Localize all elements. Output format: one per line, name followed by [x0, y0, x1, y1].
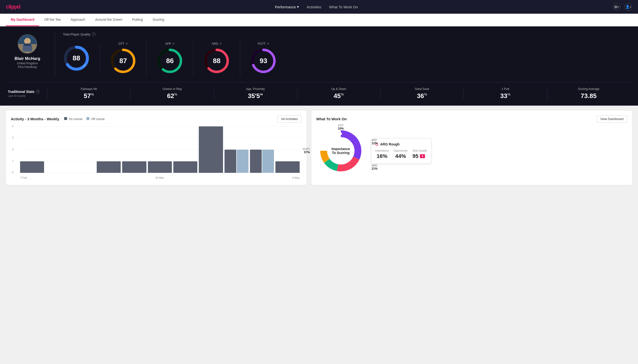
bar-group — [148, 161, 172, 173]
chart-legend: On course Off course — [64, 117, 105, 121]
all-activities-button[interactable]: All Activities — [277, 116, 302, 122]
stat-scoring-average: Scoring Average 73.85 — [547, 87, 630, 100]
app-ext-label: APP 12% — [372, 138, 377, 145]
wtwon-content: Importance To Scoring OTT 10% APP 12% — [316, 126, 627, 175]
bar-off-course — [262, 150, 274, 173]
trend-up-icon: ↗ — [125, 42, 128, 46]
donut-ott: 87 — [110, 48, 137, 74]
view-dashboard-button[interactable]: View Dashboard — [597, 116, 627, 122]
bar-on-course — [122, 161, 146, 173]
player-card: Blair McHarg United Kingdom Plus Handica… — [8, 32, 47, 69]
bar-on-course — [250, 150, 262, 173]
y-label-0: 0 — [12, 171, 14, 174]
bottom-section: Activity - 3 Months - Weekly On course O… — [0, 106, 638, 190]
donut-app: 86 — [156, 48, 183, 74]
ott-ext-label: OTT 10% — [338, 124, 344, 130]
stat-up-and-down: Up & Down 45% — [297, 87, 380, 100]
y-label-3: 3 — [12, 136, 14, 139]
trend-up-icon: ↗ — [172, 42, 174, 46]
wtwon-donut: Importance To Scoring — [316, 126, 365, 175]
score-cards: 88 OTT ↗ 87 — [63, 40, 630, 76]
tooltip-card: ARG Rough Importance 16% Opportunity 44% — [371, 138, 431, 164]
tab-scoring[interactable]: Scoring — [148, 14, 169, 26]
y-label-2: 2 — [12, 148, 14, 151]
tooltip-importance: Importance 16% — [375, 149, 389, 160]
donut-total: 88 — [63, 45, 90, 72]
tab-approach[interactable]: Approach — [66, 14, 90, 26]
bar-group — [250, 150, 274, 173]
arg-label: ARG ↗ — [212, 42, 222, 46]
stat-fairways-value: 57% — [84, 92, 94, 100]
putt-label: PUTT ↗ — [258, 42, 269, 46]
app-logo: clippd — [6, 4, 20, 10]
bar-on-course — [97, 161, 121, 173]
tab-my-dashboard[interactable]: My Dashboard — [6, 14, 39, 26]
vertical-divider — [55, 32, 55, 76]
help-icon[interactable]: ? — [92, 32, 96, 36]
trend-up-icon: ↗ — [267, 42, 269, 46]
nav-right: ⊕ ▾ 👤 ▾ — [612, 3, 632, 11]
chevron-down-icon: ▾ — [297, 5, 299, 9]
tooltip-title: ARG Rough — [375, 142, 427, 146]
activity-chart-title: Activity - 3 Months - Weekly — [11, 117, 59, 121]
chevron-down-icon: ▾ — [618, 6, 619, 8]
stat-greens-in-reg: Greens In Reg 62% — [130, 87, 214, 100]
bar-group — [275, 161, 299, 173]
score-arg-value: 88 — [213, 57, 220, 65]
score-ott-value: 87 — [119, 57, 127, 65]
svg-point-20 — [340, 132, 342, 135]
stat-updown-value: 45% — [334, 92, 344, 100]
nav-activities[interactable]: Activities — [307, 5, 321, 9]
help-icon-stats[interactable]: ? — [36, 90, 40, 94]
wtwon-title: What To Work On — [316, 117, 347, 121]
bar-group — [173, 161, 197, 173]
wtwon-card: What To Work On View Dashboard — [311, 110, 632, 185]
putt-ext-label: PUTT 57% — [303, 148, 310, 154]
plus-icon: ⊕ — [614, 4, 618, 10]
svg-point-2 — [24, 38, 31, 44]
chevron-down-icon: ▾ — [630, 6, 631, 8]
hero-top: Blair McHarg United Kingdom Plus Handica… — [8, 32, 630, 76]
x-label-mar: 28 Mar — [155, 176, 164, 179]
tstat-subtitle: Last 20 rounds — [8, 94, 47, 97]
stat-proximity-value: 35'5" — [248, 92, 263, 100]
stat-sand-save: Sand Save 36% — [380, 87, 464, 100]
nav-links: Performance ▾ Activities What To Work On — [275, 5, 358, 9]
nav-what-to-work-on[interactable]: What To Work On — [329, 5, 358, 9]
tpq-label: Total Player Quality ? — [63, 32, 630, 36]
x-labels: 7 Feb 28 Mar 9 May — [18, 176, 302, 179]
player-name: Blair McHarg — [15, 56, 40, 61]
traditional-stats: Traditional Stats ? Last 20 rounds Fairw… — [8, 82, 630, 100]
shot-quality-value: 95 ▼ — [412, 153, 427, 160]
app-label: APP ↗ — [165, 42, 174, 46]
bar-group — [225, 150, 249, 173]
donut-center: Importance To Scoring — [331, 147, 350, 155]
ott-label: OTT ↗ — [118, 42, 128, 46]
importance-value: 16% — [375, 153, 389, 160]
add-button[interactable]: ⊕ ▾ — [612, 3, 620, 11]
avatar — [18, 34, 37, 54]
stat-gir-value: 62% — [167, 92, 177, 100]
tab-putting[interactable]: Putting — [127, 14, 148, 26]
tstat-label-section: Traditional Stats ? Last 20 rounds — [8, 90, 47, 97]
nav-performance[interactable]: Performance ▾ — [275, 5, 299, 9]
player-country: United Kingdom — [17, 62, 38, 65]
score-card-ott: OTT ↗ 87 — [100, 40, 147, 76]
arg-ext-label: ARG 21% — [372, 164, 377, 170]
stat-1putt-value: 33% — [500, 92, 510, 100]
y-label-4: 4 — [12, 125, 14, 128]
tooltip-shot-quality: Shot Quality 95 ▼ — [412, 149, 427, 160]
top-nav: clippd Performance ▾ Activities What To … — [0, 0, 638, 14]
tab-off-the-tee[interactable]: Off the Tee — [39, 14, 66, 26]
opportunity-value: 44% — [394, 153, 408, 160]
tab-around-the-green[interactable]: Around the Green — [90, 14, 127, 26]
user-menu-button[interactable]: 👤 ▾ — [624, 3, 632, 11]
bar-on-course — [148, 161, 172, 173]
activity-card-header: Activity - 3 Months - Weekly On course O… — [11, 116, 302, 122]
tooltip-stats: Importance 16% Opportunity 44% Shot Qual… — [375, 149, 427, 160]
bar-on-course — [20, 161, 44, 173]
bar-on-course — [225, 150, 236, 173]
legend-on-course: On course — [64, 117, 83, 121]
shot-quality-badge: ▼ — [420, 154, 425, 158]
score-app-value: 86 — [166, 57, 173, 65]
